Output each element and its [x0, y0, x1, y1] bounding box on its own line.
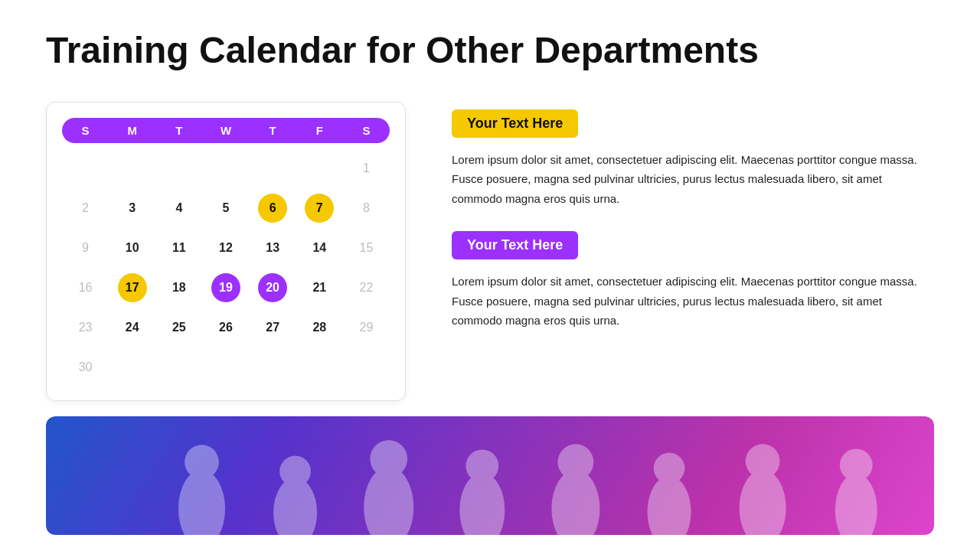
cal-cell-15: 15	[343, 230, 390, 266]
svg-point-12	[740, 470, 786, 535]
cal-cell	[155, 151, 202, 186]
section-text-1: Lorem ipsum dolor sit amet, consectetuer…	[452, 150, 934, 209]
cal-cell-27: 27	[250, 310, 296, 345]
page-title: Training Calendar for Other Departments	[46, 31, 934, 71]
cal-cell-22: 22	[343, 270, 390, 305]
badge-2: Your Text Here	[452, 231, 578, 259]
cal-cell-17: 17	[109, 270, 155, 305]
cal-cell	[250, 350, 296, 385]
cal-cell	[202, 151, 249, 186]
cal-cell-18: 18	[155, 270, 202, 305]
highlight-7: 7	[305, 194, 334, 223]
cal-cell-12: 12	[202, 230, 249, 266]
svg-point-10	[648, 476, 691, 535]
calendar-day-headers: S M T W T F S	[62, 118, 390, 143]
highlight-17: 17	[118, 273, 147, 302]
svg-point-0	[178, 470, 225, 535]
cal-cell-8: 8	[343, 191, 390, 226]
cal-cell-19: 19	[202, 270, 249, 305]
cal-cell-6: 6	[250, 191, 296, 226]
cal-cell	[109, 350, 155, 385]
cal-cell-10: 10	[109, 230, 155, 266]
highlight-6: 6	[258, 194, 287, 223]
cal-cell	[296, 350, 343, 385]
calendar-body: 1 2 3 4 5 6 7 8 9 10 11 12 13 14 15 16 1…	[62, 151, 390, 385]
svg-point-7	[466, 449, 498, 482]
cal-cell-14: 14	[296, 230, 343, 266]
cal-cell-3: 3	[109, 191, 155, 226]
svg-point-9	[558, 444, 594, 480]
cal-cell-23: 23	[62, 310, 109, 345]
calendar-card: S M T W T F S 1 2 3 4 5	[46, 102, 406, 401]
cal-cell-28: 28	[296, 310, 343, 345]
svg-point-5	[370, 440, 407, 478]
section-2: Your Text Here Lorem ipsum dolor sit ame…	[452, 231, 934, 331]
cal-cell	[296, 151, 343, 186]
highlight-19: 19	[211, 273, 240, 302]
day-header-fri: F	[296, 124, 343, 137]
bottom-image	[46, 416, 934, 535]
cal-cell-7: 7	[296, 191, 343, 226]
cal-cell	[202, 350, 249, 385]
cal-cell-21: 21	[296, 270, 343, 305]
badge-1: Your Text Here	[452, 109, 578, 138]
bottom-image-container	[46, 416, 934, 535]
day-header-sun: S	[62, 124, 109, 137]
cal-cell-20: 20	[250, 270, 296, 305]
cal-cell	[250, 151, 296, 186]
cal-cell-30: 30	[62, 350, 109, 385]
section-1: Your Text Here Lorem ipsum dolor sit ame…	[452, 109, 934, 209]
cal-cell-11: 11	[155, 230, 202, 266]
people-illustration	[46, 416, 934, 535]
svg-point-13	[746, 444, 780, 478]
cal-cell-9: 9	[62, 230, 109, 266]
cal-cell-5: 5	[202, 191, 249, 226]
cal-cell-1: 1	[343, 151, 390, 186]
section-text-2: Lorem ipsum dolor sit amet, consectetuer…	[452, 272, 934, 331]
day-header-thu: T	[250, 124, 296, 137]
cal-cell-16: 16	[62, 270, 109, 305]
svg-point-14	[835, 474, 877, 535]
cal-cell-2: 2	[62, 191, 109, 226]
day-header-mon: M	[109, 124, 155, 137]
content-row: S M T W T F S 1 2 3 4 5	[46, 102, 934, 401]
day-header-sat: S	[343, 124, 390, 137]
cal-cell-24: 24	[109, 310, 155, 345]
svg-point-3	[279, 455, 311, 487]
day-header-wed: W	[202, 124, 249, 137]
svg-point-1	[185, 445, 219, 479]
cal-cell-4: 4	[155, 191, 202, 226]
cal-cell-26: 26	[202, 310, 249, 345]
cal-cell-13: 13	[250, 230, 296, 266]
cal-cell	[155, 350, 202, 385]
cal-cell	[109, 151, 155, 186]
cal-cell-25: 25	[155, 310, 202, 345]
cal-cell	[62, 151, 109, 186]
svg-point-11	[654, 452, 685, 484]
cal-cell-29: 29	[343, 310, 390, 345]
highlight-20: 20	[258, 273, 287, 302]
day-header-tue: T	[155, 124, 202, 137]
right-panel: Your Text Here Lorem ipsum dolor sit ame…	[452, 102, 934, 354]
svg-point-15	[840, 448, 873, 481]
cal-cell	[343, 350, 390, 385]
